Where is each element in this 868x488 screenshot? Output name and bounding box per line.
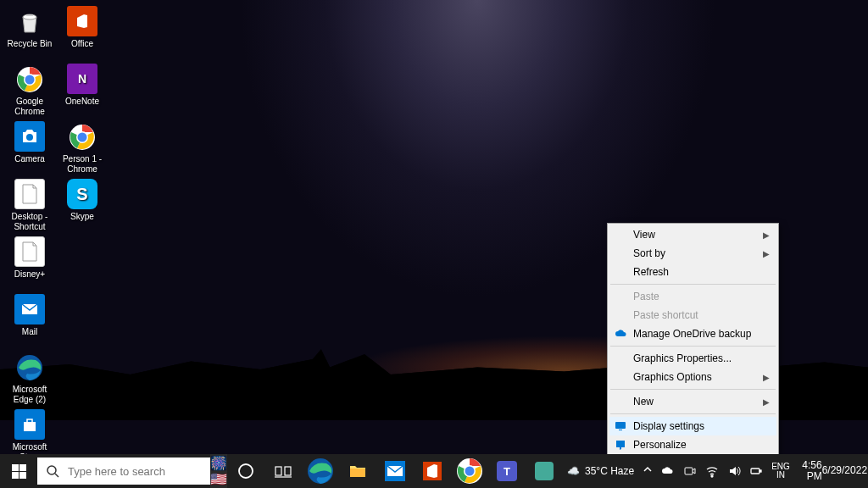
menu-item-graphics-properties-[interactable]: Graphics Properties...	[609, 349, 776, 368]
svg-point-20	[239, 464, 253, 478]
power-icon[interactable]	[745, 464, 767, 478]
desktop-icon-skype[interactable]: SSkype	[56, 176, 108, 234]
onedrive-icon[interactable]	[657, 464, 679, 478]
icon-label: Desktop - Shortcut	[5, 212, 54, 231]
google-chrome-icon	[14, 64, 45, 95]
svg-rect-13	[616, 441, 625, 447]
disney-icon	[14, 237, 45, 268]
taskbar-app-teams[interactable]: T	[488, 454, 526, 488]
menu-item-display-settings[interactable]: Display settings	[609, 417, 776, 435]
menu-item-paste: Paste	[609, 287, 776, 306]
recycle-bin-icon	[14, 7, 45, 37]
menu-item-label: Paste shortcut	[633, 309, 698, 321]
desktop-icon-person1-chrome[interactable]: Person 1 - Chrome	[56, 119, 108, 176]
menu-item-label: Paste	[633, 291, 659, 302]
taskbar-app-task-view[interactable]	[264, 454, 302, 488]
us-flag-icon: 🎆🇺🇸	[210, 455, 227, 487]
icon-label: Skype	[70, 212, 94, 222]
svg-point-10	[78, 133, 87, 142]
svg-rect-16	[12, 472, 19, 479]
desktop-icon-google-chrome[interactable]: Google Chrome	[3, 61, 56, 119]
desktop-icon-desktop-shortcut[interactable]: Desktop - Shortcut	[3, 176, 56, 234]
svg-rect-11	[615, 422, 626, 429]
icon-label: Microsoft Edge (2)	[5, 385, 54, 404]
svg-rect-31	[751, 469, 760, 474]
svg-rect-12	[619, 430, 622, 430]
icon-label: Office	[71, 39, 93, 49]
svg-rect-17	[19, 472, 26, 479]
chevron-right-icon: ▶	[763, 397, 770, 407]
menu-item-refresh[interactable]: Refresh	[609, 263, 776, 281]
desktop-icon-onenote[interactable]: NOneNote	[56, 61, 108, 119]
meet-now-icon[interactable]	[679, 464, 701, 478]
person1-chrome-icon	[67, 122, 97, 152]
taskbar-app-office-app[interactable]	[414, 454, 451, 488]
search-input[interactable]	[68, 465, 210, 478]
wifi-icon[interactable]	[701, 464, 723, 478]
svg-rect-32	[760, 470, 761, 472]
paint-icon	[614, 438, 627, 452]
desktop-icon-camera[interactable]: Camera	[3, 119, 56, 176]
taskbar-app-edge[interactable]	[302, 454, 339, 488]
svg-line-19	[55, 474, 58, 477]
menu-item-label: Manage OneDrive backup	[633, 328, 751, 340]
taskbar-app-mail-app[interactable]	[376, 454, 414, 488]
svg-point-4	[25, 75, 35, 85]
icon-label: Recycle Bin	[8, 39, 53, 49]
svg-point-30	[711, 475, 713, 477]
weather-temp: 35°C	[585, 465, 608, 477]
language-indicator[interactable]: ENG IN	[767, 454, 794, 488]
menu-item-manage-onedrive-backup[interactable]: Manage OneDrive backup	[609, 324, 776, 343]
icon-label: Camera	[14, 154, 45, 164]
icon-label: Person 1 - Chrome	[58, 154, 107, 174]
clock[interactable]: 4:56 PM 6/29/2022	[794, 454, 868, 488]
desktop-shortcut-icon	[14, 180, 45, 210]
start-button[interactable]	[0, 454, 37, 488]
menu-item-view[interactable]: View▶	[609, 225, 776, 244]
news-flag[interactable]: 🎆🇺🇸	[210, 454, 227, 488]
taskbar-app-chrome[interactable]	[451, 454, 488, 488]
chevron-up-icon[interactable]	[638, 464, 657, 474]
menu-item-graphics-options[interactable]: Graphics Options▶	[609, 368, 776, 386]
taskbar-app-app1[interactable]	[526, 454, 563, 488]
monitor-icon	[614, 419, 627, 433]
menu-item-sort-by[interactable]: Sort by▶	[609, 244, 776, 263]
taskbar-app-explorer[interactable]	[339, 454, 376, 488]
store-icon	[14, 410, 45, 441]
svg-point-5	[26, 134, 33, 141]
svg-point-18	[47, 466, 56, 474]
desktop-icon-edge[interactable]: Microsoft Edge (2)	[3, 349, 56, 407]
svg-rect-15	[19, 464, 26, 471]
weather-widget[interactable]: ☁️ 35°C Haze	[563, 454, 638, 488]
menu-item-label: New	[633, 396, 654, 408]
menu-item-label: Sort by	[633, 247, 665, 259]
menu-item-personalize[interactable]: Personalize	[609, 435, 776, 454]
taskbar-app-cortana[interactable]	[227, 454, 264, 488]
menu-separator	[610, 413, 776, 414]
svg-rect-29	[685, 468, 693, 474]
menu-item-new[interactable]: New▶	[609, 392, 776, 411]
desktop-icon-recycle-bin[interactable]: Recycle Bin	[3, 3, 56, 61]
desktop-icon-mail[interactable]: Mail	[3, 291, 56, 349]
menu-item-label: Refresh	[633, 266, 669, 278]
svg-point-28	[465, 467, 475, 476]
chevron-right-icon: ▶	[763, 249, 770, 258]
onenote-icon: N	[67, 64, 97, 95]
menu-item-label: Display settings	[633, 420, 704, 432]
svg-rect-14	[12, 464, 19, 471]
icon-label: Disney+	[14, 269, 45, 280]
menu-item-label: View	[633, 229, 655, 241]
taskbar: 🎆🇺🇸 T ☁️ 35°C Haze ENG IN 4:56 PM 6/29/2…	[0, 454, 868, 488]
menu-item-label: Graphics Options	[633, 371, 712, 383]
search-box[interactable]	[37, 458, 210, 485]
desktop[interactable]: Recycle BinGoogle ChromeCameraDesktop - …	[0, 0, 868, 488]
menu-item-paste-shortcut: Paste shortcut	[609, 306, 776, 324]
desktop-icon-office[interactable]: Office	[56, 3, 108, 61]
cloud-icon	[614, 327, 627, 341]
icon-label: Google Chrome	[5, 97, 54, 116]
desktop-icon-disney[interactable]: Disney+	[3, 234, 56, 291]
volume-icon[interactable]	[723, 464, 745, 478]
edge-icon	[14, 352, 45, 383]
chevron-right-icon: ▶	[763, 230, 770, 240]
menu-separator	[610, 284, 776, 285]
